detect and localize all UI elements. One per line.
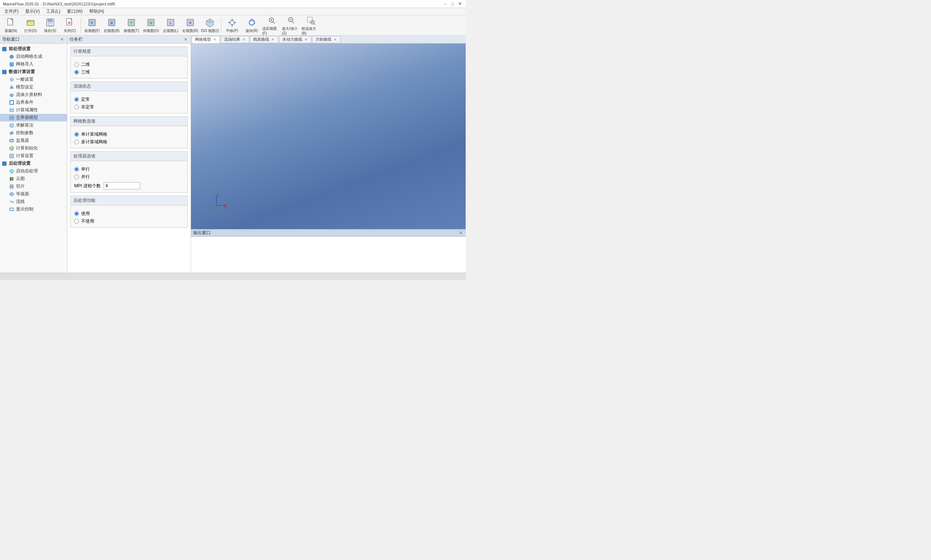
nav-section-postprocess[interactable]: 后处理设置 <box>0 160 67 167</box>
radio-unsteady[interactable]: 非定常 <box>74 104 184 110</box>
flow-state-group: 定常 非定常 <box>74 96 184 110</box>
mesh-options-label: 网格数选项 <box>71 117 187 126</box>
domain-label: 计算域属性 <box>16 107 38 113</box>
radio-parallel[interactable]: 并行 <box>74 174 184 180</box>
nav-section-numerical[interactable]: 数值计算设置 <box>0 68 67 75</box>
tab-hydrodynamic-curve-close[interactable]: ✕ <box>304 37 308 42</box>
fit-view-label: 适应视图(F) <box>262 26 281 35</box>
monitor-icon <box>9 138 15 144</box>
output-close-button[interactable]: ✕ <box>458 230 464 236</box>
tab-residual-curve-close[interactable]: ✕ <box>271 37 275 42</box>
zoom-button[interactable]: 放大/缩小(Z) <box>282 16 301 35</box>
bottom-view-button[interactable]: O 仰视图(O) <box>142 16 160 35</box>
nav-item-contour[interactable]: 云图 <box>0 175 67 183</box>
front-view-label: 前视图(F) <box>85 28 100 34</box>
radio-3d[interactable]: 三维 <box>74 69 184 75</box>
minimize-button[interactable]: − <box>442 1 448 7</box>
tab-mesh-model-close[interactable]: ✕ <box>213 37 217 42</box>
svg-point-57 <box>10 94 14 97</box>
nav-item-model-settings[interactable]: 模型设定 <box>0 83 67 91</box>
radio-3d-input[interactable] <box>74 70 79 75</box>
nav-item-general-settings[interactable]: 一般设置 <box>0 75 67 83</box>
svg-rect-5 <box>49 23 52 25</box>
nav-item-start-postprocess[interactable]: 启动后处理 <box>0 167 67 175</box>
svg-text:T: T <box>130 21 133 25</box>
radio-nouse-post-input[interactable] <box>74 219 79 224</box>
save-button[interactable]: 保存(S) <box>41 16 60 35</box>
task-panel-close-button[interactable]: ✕ <box>183 37 188 43</box>
radio-serial[interactable]: 串行 <box>74 166 184 172</box>
nav-item-interface[interactable]: 交界面模型 <box>0 114 67 122</box>
fit-view-button[interactable]: 适应视图(F) <box>262 16 281 35</box>
radio-single-domain-input[interactable] <box>74 132 79 137</box>
box-zoom-button[interactable]: 框选放大(B) <box>301 16 320 35</box>
nav-item-domain[interactable]: 计算域属性 <box>0 106 67 114</box>
tab-flow-results[interactable]: 流场结果 ✕ <box>221 36 249 43</box>
top-view-button[interactable]: T 俯视图(T) <box>122 16 141 35</box>
radio-single-domain[interactable]: 单计算域网格 <box>74 131 184 137</box>
nav-item-init[interactable]: 计算初始化 <box>0 145 67 152</box>
zoom-label: 放大/缩小(Z) <box>282 26 300 35</box>
menu-window[interactable]: 窗口(W) <box>64 8 85 15</box>
mpi-input[interactable] <box>104 182 140 189</box>
nav-item-calc-settings[interactable]: 计算设置 <box>0 152 67 160</box>
menu-tools[interactable]: 工具(L) <box>43 8 63 15</box>
radio-use-post[interactable]: 使用 <box>74 211 184 217</box>
nav-item-streamline[interactable]: 流线 <box>0 198 67 205</box>
radio-multi-domain-input[interactable] <box>74 140 79 145</box>
tab-hydrodynamic-curve[interactable]: 水动力曲线 ✕ <box>279 36 311 43</box>
radio-multi-domain[interactable]: 多计算域网格 <box>74 139 184 145</box>
viewport-3d[interactable]: Z X <box>191 44 466 229</box>
back-view-button[interactable]: B 后视图(B) <box>102 16 121 35</box>
nav-section-preprocess[interactable]: 前处理设置 <box>0 45 67 53</box>
nav-item-display-control[interactable]: 显示控制 <box>0 205 67 213</box>
tab-moment-curve-close[interactable]: ✕ <box>333 37 337 42</box>
nav-item-control[interactable]: 控制参数 <box>0 129 67 137</box>
nav-item-fluid-material[interactable]: 流体介质材料 <box>0 91 67 98</box>
nav-item-solver[interactable]: 求解算法 <box>0 122 67 129</box>
front-view-button[interactable]: F 前视图(F) <box>83 16 102 35</box>
mesh-options-section: 网格数选项 单计算域网格 多计算域网格 <box>70 116 188 148</box>
front-view-icon: F <box>87 17 97 28</box>
svg-marker-83 <box>13 201 14 203</box>
menu-file[interactable]: 文件(F) <box>2 8 22 15</box>
streamline-icon <box>9 199 15 205</box>
tab-moment-curve[interactable]: 力矩曲线 ✕ <box>312 36 341 43</box>
postprocess-section-icon <box>2 161 7 166</box>
radio-steady-input[interactable] <box>74 97 79 102</box>
open-file-icon <box>25 17 35 28</box>
radio-2d[interactable]: 二维 <box>74 62 184 68</box>
left-view-button[interactable]: L 左视图(L) <box>161 16 180 35</box>
rotate-icon <box>247 17 257 28</box>
new-button[interactable]: 新建(N) <box>2 16 20 35</box>
close-button[interactable]: ✕ <box>457 1 463 7</box>
maximize-button[interactable]: □ <box>450 1 455 7</box>
right-view-button[interactable]: R 右视图(R) <box>181 16 200 35</box>
nav-item-grid-gen[interactable]: 启动网格生成 <box>0 53 67 60</box>
init-icon <box>9 145 15 151</box>
svg-line-40 <box>292 22 294 23</box>
tab-flow-results-close[interactable]: ✕ <box>242 37 246 42</box>
navigator-close-button[interactable]: ✕ <box>59 37 65 43</box>
radio-serial-input[interactable] <box>74 167 79 172</box>
radio-2d-input[interactable] <box>74 62 79 67</box>
close-file-button[interactable]: 关闭(C) <box>60 16 79 35</box>
menu-view[interactable]: 显示(V) <box>22 8 43 15</box>
nav-item-slice[interactable]: 切片 <box>0 183 67 190</box>
radio-unsteady-input[interactable] <box>74 105 79 109</box>
open-button[interactable]: 打开(O) <box>21 16 40 35</box>
iso-view-button[interactable]: ISO 视图(I) <box>200 16 219 35</box>
rotate-button[interactable]: 旋转(R) <box>242 16 261 35</box>
pan-button[interactable]: 平移(P) <box>223 16 242 35</box>
nav-item-boundary[interactable]: 边界条件 <box>0 98 67 106</box>
radio-parallel-input[interactable] <box>74 175 79 179</box>
nav-item-monitor[interactable]: 监视器 <box>0 137 67 145</box>
radio-use-post-input[interactable] <box>74 211 79 216</box>
radio-nouse-post[interactable]: 不使用 <box>74 218 184 225</box>
tab-mesh-model[interactable]: 网格模型 ✕ <box>192 36 220 43</box>
menu-help[interactable]: 帮助(H) <box>86 8 107 15</box>
radio-steady[interactable]: 定常 <box>74 96 184 103</box>
nav-item-isosurface[interactable]: 等值面 <box>0 190 67 198</box>
tab-residual-curve[interactable]: 残差曲线 ✕ <box>250 36 278 43</box>
nav-item-grid-import[interactable]: 网格导入 <box>0 60 67 68</box>
